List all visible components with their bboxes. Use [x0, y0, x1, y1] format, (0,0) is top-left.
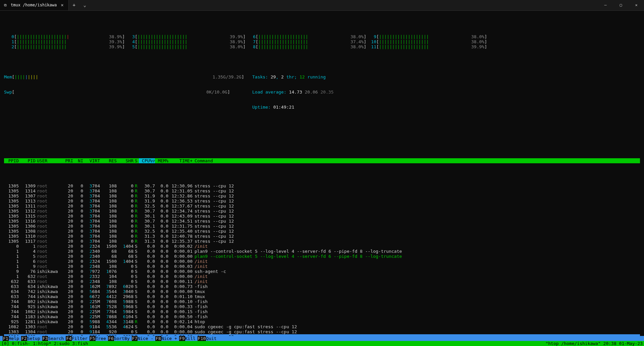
- col-ppid[interactable]: PPID: [4, 158, 19, 163]
- window-controls: — ▢ ✕: [598, 0, 644, 11]
- fn-label-tree[interactable]: Tree: [96, 336, 108, 341]
- swp-meter: Swp[0K/10.0G]: [4, 90, 246, 95]
- fn-label-sortby[interactable]: SortBy: [114, 336, 132, 341]
- fn-key-f2[interactable]: F2: [21, 336, 27, 341]
- process-row[interactable]: 10821303root200918455364624S0.00.00:00.0…: [4, 324, 640, 329]
- col-cpu[interactable]: CPU%▽: [139, 158, 155, 163]
- process-row[interactable]: 13051312root20037041080R30.70.012:34.74s…: [4, 209, 640, 214]
- fn-label-quit[interactable]: Quit: [206, 336, 218, 341]
- col-mem[interactable]: MEM%: [155, 158, 168, 163]
- maximize-button[interactable]: ▢: [613, 0, 629, 11]
- tab-title: tmux /home/ishikawa: [11, 3, 57, 8]
- tmux-status-bar: [0] 0:fish- 1:htop* 2:sudo 3:fish "htop …: [0, 341, 644, 346]
- process-row[interactable]: 633634ishikawa200162M78926020S0.00.00:00…: [4, 284, 640, 289]
- fn-label-help[interactable]: Help: [9, 336, 21, 341]
- process-row[interactable]: 13051317root20037041080R31.30.012:35.37s…: [4, 239, 640, 244]
- terminal-tab[interactable]: ⧉ tmux /home/ishikawa ×: [0, 0, 69, 10]
- process-row[interactable]: 13051306root20037041080R30.10.012:31.75s…: [4, 224, 640, 229]
- process-row[interactable]: 634742ishikawa200568435443040S0.00.00:00…: [4, 289, 640, 294]
- process-row[interactable]: 632633root20023481080S0.00.00:00.11/init: [4, 279, 640, 284]
- tmux-status-left: [0] 0:fish- 1:htop* 2:sudo 3:fish: [1, 341, 88, 346]
- process-row[interactable]: 13051309root20037041080R30.70.012:30.96s…: [4, 183, 640, 188]
- fn-key-f4[interactable]: F4: [66, 336, 72, 341]
- load-line: Load average: 14.73 20.06 20.35: [252, 90, 640, 95]
- uptime-line: Uptime: 01:49:21: [252, 105, 640, 110]
- process-row[interactable]: 13031304root20091849200S0.00.00:00.00sud…: [4, 329, 640, 334]
- fn-key-f10[interactable]: F10: [198, 336, 206, 341]
- cpu-meter-2: 2[|||||||||||||||||||39.9%]: [4, 44, 125, 49]
- fn-label-kill[interactable]: Kill: [185, 336, 198, 341]
- fn-key-f6[interactable]: F6: [108, 336, 114, 341]
- process-row[interactable]: 13051311root20037041080R32.50.012:37.67s…: [4, 204, 640, 209]
- fn-key-f3[interactable]: F3: [42, 336, 48, 341]
- process-row[interactable]: 19root20023481080S0.00.00:00.03/init: [4, 264, 640, 269]
- new-tab-button[interactable]: +: [69, 0, 79, 10]
- fn-label-setup[interactable]: Setup: [27, 336, 42, 341]
- col-pid[interactable]: PID: [19, 158, 36, 163]
- fn-label-nice +[interactable]: Nice +: [161, 336, 179, 341]
- fn-label-filter[interactable]: Filter: [72, 336, 90, 341]
- col-time[interactable]: TIME+: [168, 158, 193, 163]
- process-row[interactable]: 13051308root20037041080R32.50.012:35.40s…: [4, 229, 640, 234]
- mem-meter: Mem[|||||||||1.35G/39.2G]: [4, 74, 246, 79]
- cpu-meter-8: 8[|||||||||||||||||||38.0%]: [246, 44, 366, 49]
- process-row[interactable]: 16root200232415001404S0.00.00:00.00/init: [4, 259, 640, 264]
- tmux-status-right: "htop /home/ishikawa" 20:38 01-May-23: [545, 341, 643, 346]
- close-window-button[interactable]: ✕: [629, 0, 644, 11]
- cpu-meter-3: 3[|||||||||||||||||||39.9%]: [125, 34, 246, 39]
- process-row[interactable]: 13051315root20037041080R30.10.012:43.09s…: [4, 214, 640, 219]
- process-row[interactable]: 13051314root20037041080R30.70.012:31.05s…: [4, 188, 640, 193]
- cpu-meters: 0[||||||||||||||||||||38.9%]3[||||||||||…: [4, 34, 640, 49]
- fn-key-f9[interactable]: F9: [179, 336, 185, 341]
- fn-label-search[interactable]: Search: [48, 336, 66, 341]
- swp-value: 0K/10.0G: [206, 90, 227, 95]
- cpu-meter-9: 9[|||||||||||||||||||38.0%]: [366, 34, 487, 39]
- col-res[interactable]: RES: [100, 158, 117, 163]
- process-row[interactable]: 744802ishikawa200225M76085988S0.00.00:00…: [4, 299, 640, 304]
- cpu-meter-1: 1[|||||||||||||||||||39.3%]: [4, 39, 125, 44]
- col-pri[interactable]: PRI: [60, 158, 73, 163]
- window-titlebar: ⧉ tmux /home/ishikawa × + ⌄ — ▢ ✕: [0, 0, 644, 11]
- cpu-meter-5: 5[|||||||||||||||||||38.0%]: [125, 44, 246, 49]
- process-row[interactable]: 13051313root20037041080R31.90.012:36.53s…: [4, 198, 640, 204]
- process-row[interactable]: 01root200232415001404S0.00.00:00.02/init: [4, 244, 640, 249]
- cpu-meter-6: 6[|||||||||||||||||||38.0%]: [246, 34, 366, 39]
- terminal-icon: ⧉: [3, 3, 8, 8]
- col-cmd[interactable]: Command: [193, 158, 640, 163]
- fn-key-f8[interactable]: F8: [155, 336, 161, 341]
- fn-key-f5[interactable]: F5: [90, 336, 96, 341]
- mem-value: 1.35G/39.2G: [213, 74, 241, 79]
- col-s[interactable]: S: [133, 158, 139, 163]
- process-row[interactable]: 9251281ishikawa200598843443148R0.00.00:0…: [4, 319, 640, 324]
- process-table-header[interactable]: PPID PID USER PRI NI VIRT RES SHR S CPU%…: [4, 158, 640, 163]
- process-row[interactable]: 976ishikawa200797210760S0.00.00:00.00ssh…: [4, 269, 640, 274]
- cpu-meter-4: 4[|||||||||||||||||||38.9%]: [125, 39, 246, 44]
- col-ni[interactable]: NI: [73, 158, 83, 163]
- col-virt[interactable]: VIRT: [83, 158, 100, 163]
- cpu-meter-11: 11[|||||||||||||||||||39.9%]: [366, 44, 487, 49]
- process-row[interactable]: 15root20023406868S0.00.00:00.00plan9 --c…: [4, 254, 640, 259]
- close-tab-icon[interactable]: ×: [59, 3, 65, 8]
- cpu-meter-10: 10[|||||||||||||||||||38.0%]: [366, 39, 487, 44]
- function-key-bar[interactable]: F1HelpF2SetupF3SearchF4FilterF5TreeF6Sor…: [0, 336, 644, 341]
- process-row[interactable]: 1632root20023321040S0.00.00:00.00/init: [4, 274, 640, 279]
- minimize-button[interactable]: —: [598, 0, 613, 11]
- process-row[interactable]: 13051307root20037041080R31.90.012:32.86s…: [4, 193, 640, 198]
- process-row[interactable]: 7441082ishikawa200225M77645984S0.00.00:0…: [4, 309, 640, 314]
- tab-dropdown-button[interactable]: ⌄: [79, 0, 90, 10]
- process-table[interactable]: 13051309root20037041080R30.70.012:30.96s…: [4, 183, 640, 339]
- fn-key-f1[interactable]: F1: [3, 336, 9, 341]
- process-row[interactable]: 14root20023406868S0.00.00:00.01plan9 --c…: [4, 249, 640, 254]
- process-row[interactable]: 13051310root20037041080R31.30.012:40.78s…: [4, 234, 640, 239]
- process-row[interactable]: 633744ishikawa200667244122968S0.00.00:01…: [4, 294, 640, 299]
- fn-key-f7[interactable]: F7: [132, 336, 138, 341]
- col-shr[interactable]: SHR: [117, 158, 133, 163]
- fn-label-nice -[interactable]: Nice -: [138, 336, 155, 341]
- process-row[interactable]: 13051316root20037041080R30.70.012:34.51s…: [4, 219, 640, 224]
- terminal-content[interactable]: 0[||||||||||||||||||||38.9%]3[||||||||||…: [0, 11, 644, 346]
- process-row[interactable]: 744925ishikawa200161M75285968S0.00.00:00…: [4, 304, 640, 309]
- process-row[interactable]: 7441183ishikawa200225M78686104S0.00.00:0…: [4, 314, 640, 319]
- cpu-meter-7: 7[|||||||||||||||||||37.4%]: [246, 39, 366, 44]
- col-user[interactable]: USER: [36, 158, 60, 163]
- cpu-meter-0: 0[||||||||||||||||||||38.9%]: [4, 34, 125, 39]
